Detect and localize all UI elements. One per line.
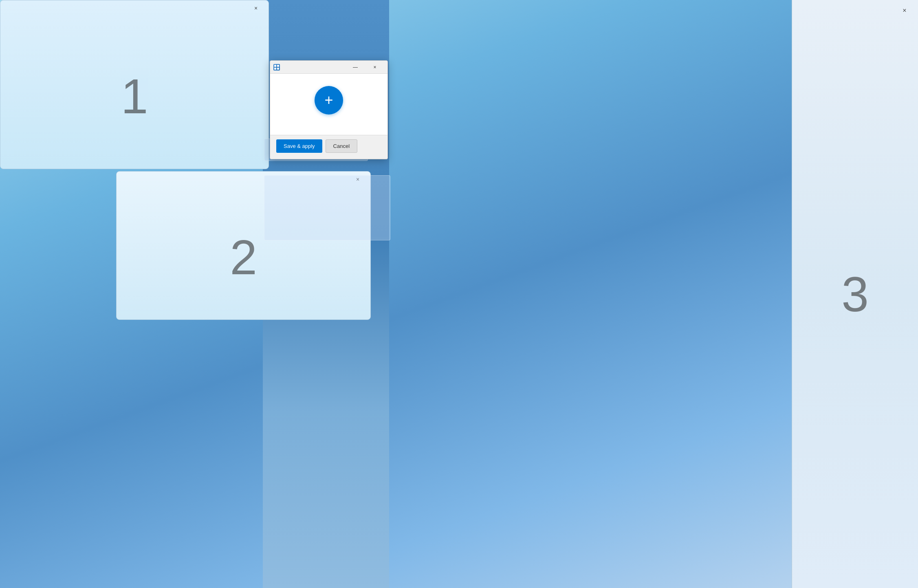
window-1-number: 1 xyxy=(121,68,148,124)
dialog-titlebar: — × xyxy=(270,61,387,74)
dialog-titlebar-buttons: — × xyxy=(346,62,384,73)
plus-icon: + xyxy=(324,93,333,108)
dialog-body: + xyxy=(270,74,387,135)
svg-rect-8 xyxy=(274,68,276,70)
dialog-footer: Save & apply Cancel xyxy=(270,135,387,159)
window-1-close-button[interactable]: × xyxy=(247,2,265,15)
svg-rect-6 xyxy=(274,65,276,67)
dialog-minimize-button[interactable]: — xyxy=(346,62,365,73)
save-apply-button[interactable]: Save & apply xyxy=(276,139,322,153)
add-zone-button[interactable]: + xyxy=(315,86,343,115)
window-3: × 3 xyxy=(792,0,918,588)
dialog-title-left xyxy=(273,64,280,70)
desktop: Recycle Bin Microsoft Edge × 1 × 2 xyxy=(0,0,918,588)
dialog-app-icon xyxy=(273,64,280,70)
window-1-titlebar: × xyxy=(0,0,269,16)
zone-highlight-2 xyxy=(264,175,390,240)
window-2-number: 2 xyxy=(230,229,257,285)
cancel-button[interactable]: Cancel xyxy=(326,139,357,153)
window-3-number: 3 xyxy=(841,266,869,322)
window-1: × 1 xyxy=(0,0,269,169)
window-3-close-button[interactable]: × xyxy=(895,4,914,17)
svg-rect-9 xyxy=(277,68,279,70)
fancyzones-dialog: — × + Save & apply Cancel xyxy=(270,60,388,159)
svg-rect-7 xyxy=(277,65,279,67)
dialog-close-button[interactable]: × xyxy=(365,62,384,73)
